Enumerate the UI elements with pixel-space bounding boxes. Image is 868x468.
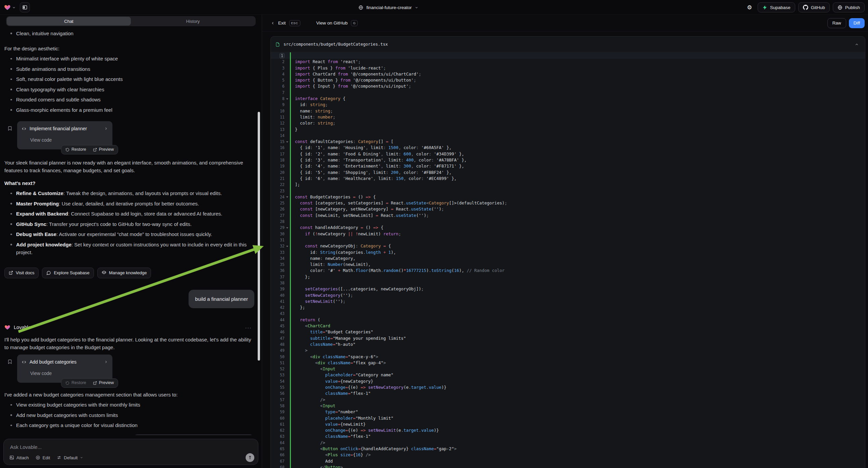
fold-spacer [284, 170, 290, 176]
chat-tab-bar: Chat History [6, 16, 256, 26]
list-item: Soft, neutral color palette with light b… [16, 75, 254, 83]
tab-history[interactable]: History [131, 17, 255, 26]
view-code-link[interactable]: View code [30, 370, 108, 377]
target-icon [36, 455, 40, 460]
fold-spacer [284, 366, 290, 372]
fold-spacer [284, 151, 290, 157]
code-line: 22]; [271, 182, 865, 188]
fold-spacer [284, 280, 290, 286]
lovable-heart-icon [4, 324, 10, 330]
fold-spacer [284, 403, 290, 409]
project-name: financial-future-creator [366, 5, 412, 10]
fold-spacer [284, 440, 290, 446]
visit-docs-button[interactable]: Visit docs [4, 268, 39, 278]
fold-spacer [284, 133, 290, 139]
fold-spacer [284, 250, 290, 256]
project-globe-icon [358, 5, 363, 10]
diff-added-bar [290, 52, 291, 468]
code-lines[interactable]: 12import React from 'react';3import { Pl… [271, 52, 865, 468]
logo-chevron-down-icon[interactable] [12, 6, 16, 9]
code-line: 20 { id: '5', name: 'Shopping', limit: 2… [271, 170, 865, 176]
version-card-add-budget-categories[interactable]: Add budget categories View code Restore … [17, 354, 113, 383]
code-line: 26 const [newCategory, setNewCategory] =… [271, 206, 865, 212]
code-line: 48 className="h-auto" [271, 342, 865, 348]
external-link-icon [93, 148, 97, 152]
edit-mode-button[interactable]: Edit [36, 455, 50, 460]
fold-chevron-icon[interactable] [284, 225, 290, 231]
explore-supabase-button[interactable]: Explore Supabase [42, 268, 94, 278]
user-message-bubble: would be cool if you could add budget ca… [133, 434, 254, 435]
code-line: 16 { id: '1', name: 'Housing', limit: 15… [271, 145, 865, 151]
fold-spacer [284, 421, 290, 428]
sidebar-toggle-button[interactable] [20, 2, 30, 12]
fold-spacer [284, 65, 290, 71]
code-line: 15const defaultCategories: Category[] = … [271, 139, 865, 145]
version-card-implement-financial-planner[interactable]: Implement financial planner View code Re… [17, 121, 113, 149]
chat-input-box[interactable]: Ask Lovable... Attach Edit Default ↑ [3, 439, 258, 465]
code-line: 51 <div className="flex gap-4"> [271, 360, 865, 366]
file-header[interactable]: src/components/budget/BudgetCategories.t… [271, 37, 865, 52]
manage-knowledge-button[interactable]: Manage knowledge [97, 268, 151, 278]
model-default-dropdown[interactable]: Default [57, 455, 83, 460]
fold-spacer [284, 53, 290, 59]
list-item: GitHub Sync: Transfer your project's cod… [16, 220, 254, 228]
publish-button[interactable]: Publish [833, 2, 865, 12]
publish-globe-icon [837, 5, 842, 10]
fold-chevron-icon[interactable] [284, 96, 290, 102]
list-item: Add project knowledge: Set key context o… [16, 241, 254, 256]
tab-chat[interactable]: Chat [7, 17, 131, 26]
code-line: 56 className="flex-1" [271, 390, 865, 397]
code-line: 6import { Input } from '@/components/ui/… [271, 83, 865, 89]
code-line: 13} [271, 126, 865, 133]
raw-toggle-button[interactable]: Raw [828, 18, 846, 28]
preview-button[interactable]: Preview [90, 146, 117, 153]
chat-scrollbar-thumb[interactable] [258, 112, 260, 360]
view-on-github-button[interactable]: View on GitHub [316, 21, 348, 26]
fold-spacer [284, 329, 290, 335]
chat-scroll-area[interactable]: Clean, intuitive navigation For the desi… [0, 27, 262, 435]
restore-button[interactable]: Restore [62, 379, 90, 387]
fold-spacer [284, 262, 290, 268]
diff-toggle-button[interactable]: Diff [849, 18, 865, 28]
restore-button[interactable]: Restore [62, 146, 90, 153]
bookmark-icon[interactable] [4, 354, 17, 383]
settings-gear-button[interactable]: ⚙ [745, 2, 754, 12]
bookmark-icon[interactable] [4, 121, 17, 149]
attach-button[interactable]: Attach [9, 455, 29, 460]
code-line: 9 id: string; [271, 102, 865, 108]
github-button[interactable]: GitHub [798, 2, 830, 12]
supabase-bolt-icon [762, 5, 767, 10]
preview-button[interactable]: Preview [90, 379, 117, 387]
code-icon [22, 359, 27, 364]
code-line: 5import { Button } from '@/components/ui… [271, 77, 865, 83]
fold-chevron-icon[interactable] [284, 194, 290, 200]
code-panel-header: Exit ESC View on GitHub G Raw Diff [262, 15, 868, 32]
list-item: Master Prompting: Use clear, detailed, a… [16, 200, 254, 207]
supabase-button[interactable]: Supabase [757, 2, 795, 12]
fold-spacer [284, 77, 290, 83]
view-code-link[interactable]: View code [30, 136, 108, 144]
fold-chevron-icon[interactable] [284, 139, 290, 145]
code-line: 23 [271, 188, 865, 194]
list-item: Rounded corners and subtle shadows [16, 96, 254, 104]
fold-spacer [284, 311, 290, 317]
fold-spacer [284, 342, 290, 348]
project-switcher[interactable]: financial-future-creator [358, 0, 418, 15]
fold-spacer [284, 231, 290, 237]
collapse-chevron-icon[interactable] [855, 42, 859, 47]
code-line: 62 onChange={(e) => setNewLimit(e.target… [271, 428, 865, 433]
send-button[interactable]: ↑ [246, 453, 254, 462]
code-line: 14 [271, 133, 865, 139]
external-link-icon [93, 381, 97, 385]
message-more-menu[interactable]: ··· [245, 324, 252, 331]
assistant-name: Lovable [14, 324, 31, 331]
fold-spacer [284, 120, 290, 126]
fold-spacer [284, 237, 290, 243]
lovable-logo-heart-icon[interactable] [4, 4, 11, 11]
fold-spacer [284, 218, 290, 225]
fold-chevron-icon[interactable] [284, 243, 290, 249]
exit-button[interactable]: Exit [278, 21, 286, 26]
fold-spacer [284, 348, 290, 353]
list-item: Expand with Backend: Connect Supabase to… [16, 210, 254, 217]
restore-icon [65, 148, 69, 152]
